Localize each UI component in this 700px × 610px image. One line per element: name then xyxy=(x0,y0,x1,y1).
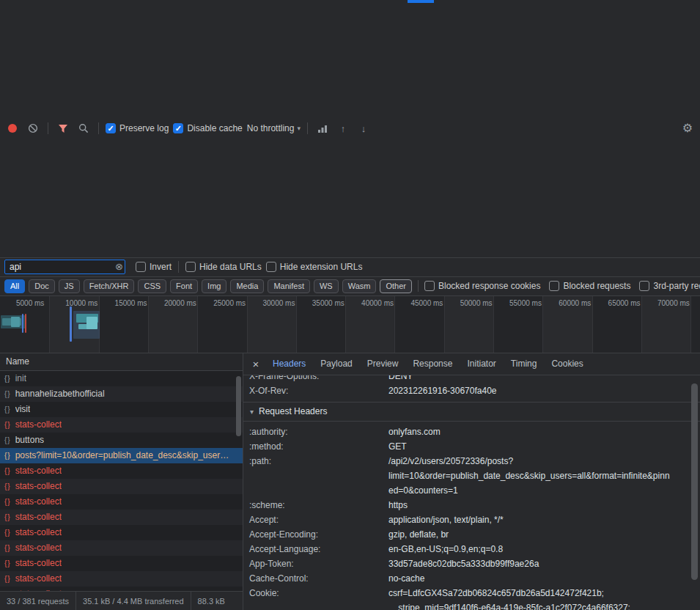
details-scrollbar[interactable] xyxy=(690,376,699,610)
disclosure-triangle-icon: ▾ xyxy=(250,408,254,416)
header-row: :authority:onlyfans.com xyxy=(249,425,700,439)
record-button[interactable] xyxy=(4,120,21,136)
request-headers-section-toggle[interactable]: ▾Request Headers xyxy=(243,402,700,422)
overview-tick-label: 35000 ms xyxy=(312,299,345,307)
import-har-button[interactable]: ↑ xyxy=(335,120,351,136)
tab-headers[interactable]: Headers xyxy=(265,353,313,375)
request-row[interactable]: {}stats-collect xyxy=(0,494,243,510)
type-filter-wasm[interactable]: Wasm xyxy=(342,279,377,293)
filter-blocked-response-cookies[interactable]: ✓Blocked response cookies xyxy=(424,281,540,291)
disable-cache-checkbox[interactable]: ✓ xyxy=(173,123,183,133)
scrollbar-thumb[interactable] xyxy=(691,383,698,580)
request-row[interactable]: {}visit xyxy=(0,402,243,417)
overview-activity-bar xyxy=(22,314,23,333)
tab-payload[interactable]: Payload xyxy=(313,353,359,375)
fetch-brace-icon: {} xyxy=(4,575,11,583)
request-row[interactable]: {}buttons xyxy=(0,433,243,448)
fetch-brace-icon: {} xyxy=(4,467,11,475)
request-name: posts?limit=10&order=publish_date_desc&s… xyxy=(15,450,229,460)
overview-gridline xyxy=(493,296,494,353)
request-row[interactable]: {}posts?limit=10&order=publish_date_desc… xyxy=(0,448,243,463)
request-row[interactable]: {}stats-collect xyxy=(0,571,243,587)
type-filter-css[interactable]: CSS xyxy=(138,279,166,293)
header-value: csrf=LdfcGX4Sa72db06824c657db26a5d142472… xyxy=(388,586,700,610)
request-row[interactable]: {}stats-collect xyxy=(0,417,243,433)
blocked-response-cookies-checkbox[interactable]: ✓ xyxy=(424,281,435,291)
name-column-header[interactable]: Name xyxy=(0,353,243,371)
filter-blocked-requests[interactable]: ✓Blocked requests xyxy=(549,281,630,291)
header-name: Cache-Control: xyxy=(249,571,388,586)
disable-cache-toggle[interactable]: ✓ Disable cache xyxy=(173,123,242,133)
type-filter-ws[interactable]: WS xyxy=(314,279,339,293)
timeline-overview[interactable]: 5000 ms10000 ms15000 ms20000 ms25000 ms3… xyxy=(0,296,700,353)
type-filter-manifest[interactable]: Manifest xyxy=(268,279,310,293)
network-main: Name {}init{}hannahelizabethofficial{}vi… xyxy=(0,353,700,610)
filter-3rd-party-requests[interactable]: ✓3rd-party requests xyxy=(639,281,700,291)
scrollbar-thumb[interactable] xyxy=(236,376,241,436)
header-row: Accept:application/json, text/plain, */* xyxy=(249,512,700,527)
request-list-scrollbar[interactable] xyxy=(235,372,243,592)
fetch-brace-icon: {} xyxy=(4,498,11,506)
request-row[interactable]: {}stats-collect xyxy=(0,525,243,540)
request-row[interactable]: {}stats-collect xyxy=(0,463,243,479)
tab-timing[interactable]: Timing xyxy=(504,353,545,375)
type-filter-img[interactable]: Img xyxy=(202,279,226,293)
tab-initiator[interactable]: Initiator xyxy=(460,353,503,375)
type-filter-doc[interactable]: Doc xyxy=(29,279,55,293)
overview-tick-label: 60000 ms xyxy=(559,299,591,307)
header-value: 202312261916-30670fa40e xyxy=(388,383,700,398)
tab-response[interactable]: Response xyxy=(405,353,460,375)
header-name: Accept: xyxy=(249,512,388,527)
filter-input-wrap: ⊗ xyxy=(4,260,125,274)
request-name: stats-collect xyxy=(15,543,62,553)
tab-preview[interactable]: Preview xyxy=(360,353,406,375)
tab-cookies[interactable]: Cookies xyxy=(544,353,590,375)
invert-toggle[interactable]: ✓ Invert xyxy=(136,262,172,272)
throttling-select[interactable]: No throttling ▾ xyxy=(247,123,301,133)
invert-checkbox[interactable]: ✓ xyxy=(136,262,146,272)
request-row[interactable]: {}stats-collect xyxy=(0,510,243,525)
settings-button[interactable]: ⚙ xyxy=(679,120,696,136)
export-har-button[interactable]: ↓ xyxy=(355,120,372,136)
preserve-log-checkbox[interactable]: ✓ xyxy=(106,123,116,133)
preserve-log-toggle[interactable]: ✓ Preserve log xyxy=(106,123,169,133)
hide-data-urls-toggle[interactable]: ✓ Hide data URLs xyxy=(185,262,262,272)
filter-input[interactable] xyxy=(4,260,125,274)
hide-extension-urls-checkbox[interactable]: ✓ xyxy=(266,262,276,272)
type-filter-other[interactable]: Other xyxy=(380,279,412,293)
header-name: Accept-Language: xyxy=(249,542,388,556)
hide-extension-urls-toggle[interactable]: ✓ Hide extension URLs xyxy=(266,262,363,272)
filter-toolbar: ⊗ ✓ Invert ✓ Hide data URLs ✓ Hide exten… xyxy=(0,258,700,277)
3rd-party-requests-checkbox[interactable]: ✓ xyxy=(639,281,649,291)
status-bar: 33 / 381 requests 35.1 kB / 4.4 MB trans… xyxy=(0,591,243,610)
header-row: :method:GET xyxy=(249,439,700,454)
type-filter-fetch-xhr[interactable]: Fetch/XHR xyxy=(84,279,135,293)
header-row: Cache-Control:no-cache xyxy=(249,571,700,586)
filter-button[interactable] xyxy=(55,120,71,136)
close-details-button[interactable]: × xyxy=(246,353,265,375)
network-conditions-button[interactable] xyxy=(314,120,331,136)
request-name: stats-collect xyxy=(15,558,62,568)
caret-down-icon: ▾ xyxy=(297,125,301,132)
request-row[interactable]: {}stats-collect xyxy=(0,479,243,494)
clear-filter-icon[interactable]: ⊗ xyxy=(115,262,123,271)
hide-data-urls-checkbox[interactable]: ✓ xyxy=(185,262,196,272)
type-filter-font[interactable]: Font xyxy=(170,279,198,293)
clear-log-button[interactable] xyxy=(25,120,41,136)
request-row[interactable]: {}stats-collect xyxy=(0,540,243,556)
blocked-requests-checkbox[interactable]: ✓ xyxy=(549,281,559,291)
request-row[interactable]: {}hannahelizabethofficial xyxy=(0,386,243,402)
overview-gridline xyxy=(296,296,297,353)
type-filter-all[interactable]: All xyxy=(4,279,25,293)
header-value: gzip, deflate, br xyxy=(388,527,700,542)
overview-activity-bar xyxy=(86,317,97,329)
request-row[interactable]: {}init xyxy=(0,371,243,386)
request-name: stats-collect xyxy=(15,573,62,584)
filter-label: 3rd-party requests xyxy=(653,281,700,291)
type-filter-media[interactable]: Media xyxy=(230,279,264,293)
search-button[interactable] xyxy=(75,120,92,136)
type-filter-js[interactable]: JS xyxy=(59,279,80,293)
preserve-log-label: Preserve log xyxy=(119,123,169,133)
overview-activity-bar xyxy=(70,306,72,342)
request-row[interactable]: {}stats-collect xyxy=(0,556,243,571)
